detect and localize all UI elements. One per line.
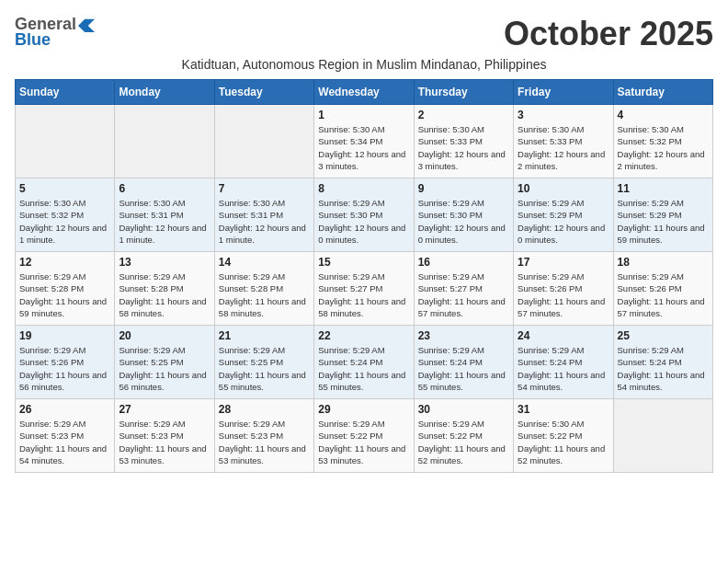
svg-marker-0 <box>78 18 95 31</box>
day-info: Sunrise: 5:29 AM Sunset: 5:28 PM Dayligh… <box>119 270 210 319</box>
calendar-cell: 14Sunrise: 5:29 AM Sunset: 5:28 PM Dayli… <box>214 252 313 326</box>
calendar-cell: 29Sunrise: 5:29 AM Sunset: 5:22 PM Dayli… <box>314 399 414 473</box>
calendar-week-3: 19Sunrise: 5:29 AM Sunset: 5:26 PM Dayli… <box>16 326 713 399</box>
day-number: 5 <box>19 182 110 195</box>
calendar-week-2: 12Sunrise: 5:29 AM Sunset: 5:28 PM Dayli… <box>16 252 713 326</box>
day-info: Sunrise: 5:29 AM Sunset: 5:28 PM Dayligh… <box>219 270 310 319</box>
day-info: Sunrise: 5:29 AM Sunset: 5:26 PM Dayligh… <box>19 344 110 393</box>
calendar-week-0: 1Sunrise: 5:30 AM Sunset: 5:34 PM Daylig… <box>16 105 713 178</box>
day-number: 19 <box>19 329 110 342</box>
calendar-cell: 9Sunrise: 5:29 AM Sunset: 5:30 PM Daylig… <box>414 178 513 252</box>
day-info: Sunrise: 5:29 AM Sunset: 5:29 PM Dayligh… <box>618 197 709 246</box>
day-info: Sunrise: 5:29 AM Sunset: 5:24 PM Dayligh… <box>418 344 509 393</box>
calendar-cell: 8Sunrise: 5:29 AM Sunset: 5:30 PM Daylig… <box>314 178 414 252</box>
day-number: 9 <box>418 182 509 195</box>
day-info: Sunrise: 5:29 AM Sunset: 5:23 PM Dayligh… <box>219 418 310 466</box>
day-info: Sunrise: 5:30 AM Sunset: 5:31 PM Dayligh… <box>119 197 210 246</box>
calendar-cell: 15Sunrise: 5:29 AM Sunset: 5:27 PM Dayli… <box>314 252 414 326</box>
calendar-cell <box>16 105 115 178</box>
day-info: Sunrise: 5:29 AM Sunset: 5:23 PM Dayligh… <box>119 418 210 466</box>
calendar-cell: 27Sunrise: 5:29 AM Sunset: 5:23 PM Dayli… <box>115 399 214 473</box>
header-row: SundayMondayTuesdayWednesdayThursdayFrid… <box>16 80 713 105</box>
day-number: 30 <box>418 403 509 416</box>
calendar-cell <box>613 399 712 473</box>
calendar-cell: 30Sunrise: 5:29 AM Sunset: 5:22 PM Dayli… <box>414 399 513 473</box>
day-number: 7 <box>219 182 310 195</box>
calendar-cell: 10Sunrise: 5:29 AM Sunset: 5:29 PM Dayli… <box>514 178 613 252</box>
calendar-cell: 20Sunrise: 5:29 AM Sunset: 5:25 PM Dayli… <box>115 326 214 399</box>
logo-icon <box>78 17 95 33</box>
day-number: 13 <box>119 256 210 269</box>
header-day-thursday: Thursday <box>414 80 513 105</box>
day-info: Sunrise: 5:29 AM Sunset: 5:30 PM Dayligh… <box>418 197 509 246</box>
calendar-cell: 12Sunrise: 5:29 AM Sunset: 5:28 PM Dayli… <box>16 252 115 326</box>
calendar-cell: 1Sunrise: 5:30 AM Sunset: 5:34 PM Daylig… <box>314 105 414 178</box>
calendar-cell: 18Sunrise: 5:29 AM Sunset: 5:26 PM Dayli… <box>613 252 712 326</box>
header-day-wednesday: Wednesday <box>314 80 414 105</box>
day-info: Sunrise: 5:29 AM Sunset: 5:24 PM Dayligh… <box>618 344 709 393</box>
day-number: 4 <box>618 109 709 121</box>
day-number: 1 <box>318 109 409 121</box>
calendar-cell: 24Sunrise: 5:29 AM Sunset: 5:24 PM Dayli… <box>514 326 613 399</box>
day-number: 20 <box>119 329 210 342</box>
calendar-subtitle: Katidtuan, Autonomous Region in Muslim M… <box>15 57 713 72</box>
calendar-cell <box>115 105 214 178</box>
day-info: Sunrise: 5:29 AM Sunset: 5:28 PM Dayligh… <box>19 270 110 319</box>
calendar-cell <box>214 105 313 178</box>
logo-blue-text: Blue <box>15 30 51 50</box>
calendar-week-1: 5Sunrise: 5:30 AM Sunset: 5:32 PM Daylig… <box>16 178 713 252</box>
day-info: Sunrise: 5:29 AM Sunset: 5:26 PM Dayligh… <box>618 270 709 319</box>
day-number: 6 <box>119 182 210 195</box>
calendar-cell: 19Sunrise: 5:29 AM Sunset: 5:26 PM Dayli… <box>16 326 115 399</box>
day-number: 18 <box>618 256 709 269</box>
day-info: Sunrise: 5:30 AM Sunset: 5:31 PM Dayligh… <box>219 197 310 246</box>
day-number: 2 <box>418 109 509 121</box>
calendar-cell: 5Sunrise: 5:30 AM Sunset: 5:32 PM Daylig… <box>16 178 115 252</box>
calendar-cell: 28Sunrise: 5:29 AM Sunset: 5:23 PM Dayli… <box>214 399 313 473</box>
day-number: 25 <box>618 329 709 342</box>
day-info: Sunrise: 5:30 AM Sunset: 5:33 PM Dayligh… <box>418 123 509 172</box>
calendar-cell: 2Sunrise: 5:30 AM Sunset: 5:33 PM Daylig… <box>414 105 513 178</box>
calendar-cell: 16Sunrise: 5:29 AM Sunset: 5:27 PM Dayli… <box>414 252 513 326</box>
header-day-friday: Friday <box>514 80 613 105</box>
day-info: Sunrise: 5:30 AM Sunset: 5:33 PM Dayligh… <box>518 123 609 172</box>
day-number: 21 <box>219 329 310 342</box>
day-info: Sunrise: 5:29 AM Sunset: 5:27 PM Dayligh… <box>418 270 509 319</box>
day-info: Sunrise: 5:29 AM Sunset: 5:25 PM Dayligh… <box>119 344 210 393</box>
calendar-cell: 3Sunrise: 5:30 AM Sunset: 5:33 PM Daylig… <box>514 105 613 178</box>
page-header: General Blue October 2025 <box>15 15 713 53</box>
day-info: Sunrise: 5:29 AM Sunset: 5:27 PM Dayligh… <box>318 270 409 319</box>
day-info: Sunrise: 5:29 AM Sunset: 5:22 PM Dayligh… <box>418 418 509 466</box>
calendar-cell: 22Sunrise: 5:29 AM Sunset: 5:24 PM Dayli… <box>314 326 414 399</box>
day-number: 24 <box>518 329 609 342</box>
day-number: 11 <box>618 182 709 195</box>
calendar-table: SundayMondayTuesdayWednesdayThursdayFrid… <box>15 79 713 473</box>
day-number: 12 <box>19 256 110 269</box>
calendar-cell: 21Sunrise: 5:29 AM Sunset: 5:25 PM Dayli… <box>214 326 313 399</box>
day-number: 10 <box>518 182 609 195</box>
day-info: Sunrise: 5:29 AM Sunset: 5:24 PM Dayligh… <box>318 344 409 393</box>
day-info: Sunrise: 5:30 AM Sunset: 5:34 PM Dayligh… <box>318 123 409 172</box>
calendar-cell: 6Sunrise: 5:30 AM Sunset: 5:31 PM Daylig… <box>115 178 214 252</box>
day-info: Sunrise: 5:29 AM Sunset: 5:26 PM Dayligh… <box>518 270 609 319</box>
calendar-cell: 26Sunrise: 5:29 AM Sunset: 5:23 PM Dayli… <box>16 399 115 473</box>
day-info: Sunrise: 5:30 AM Sunset: 5:32 PM Dayligh… <box>19 197 110 246</box>
calendar-cell: 17Sunrise: 5:29 AM Sunset: 5:26 PM Dayli… <box>514 252 613 326</box>
calendar-body: 1Sunrise: 5:30 AM Sunset: 5:34 PM Daylig… <box>16 105 713 473</box>
day-number: 26 <box>19 403 110 416</box>
day-number: 22 <box>318 329 409 342</box>
day-info: Sunrise: 5:29 AM Sunset: 5:24 PM Dayligh… <box>518 344 609 393</box>
logo: General Blue <box>15 15 95 50</box>
day-info: Sunrise: 5:30 AM Sunset: 5:22 PM Dayligh… <box>518 418 609 466</box>
header-day-monday: Monday <box>115 80 214 105</box>
calendar-cell: 7Sunrise: 5:30 AM Sunset: 5:31 PM Daylig… <box>214 178 313 252</box>
calendar-cell: 4Sunrise: 5:30 AM Sunset: 5:32 PM Daylig… <box>613 105 712 178</box>
calendar-week-4: 26Sunrise: 5:29 AM Sunset: 5:23 PM Dayli… <box>16 399 713 473</box>
day-info: Sunrise: 5:29 AM Sunset: 5:23 PM Dayligh… <box>19 418 110 466</box>
calendar-header: SundayMondayTuesdayWednesdayThursdayFrid… <box>16 80 713 105</box>
day-number: 17 <box>518 256 609 269</box>
day-number: 31 <box>518 403 609 416</box>
month-title: October 2025 <box>504 15 713 53</box>
day-info: Sunrise: 5:29 AM Sunset: 5:30 PM Dayligh… <box>318 197 409 246</box>
day-number: 23 <box>418 329 509 342</box>
